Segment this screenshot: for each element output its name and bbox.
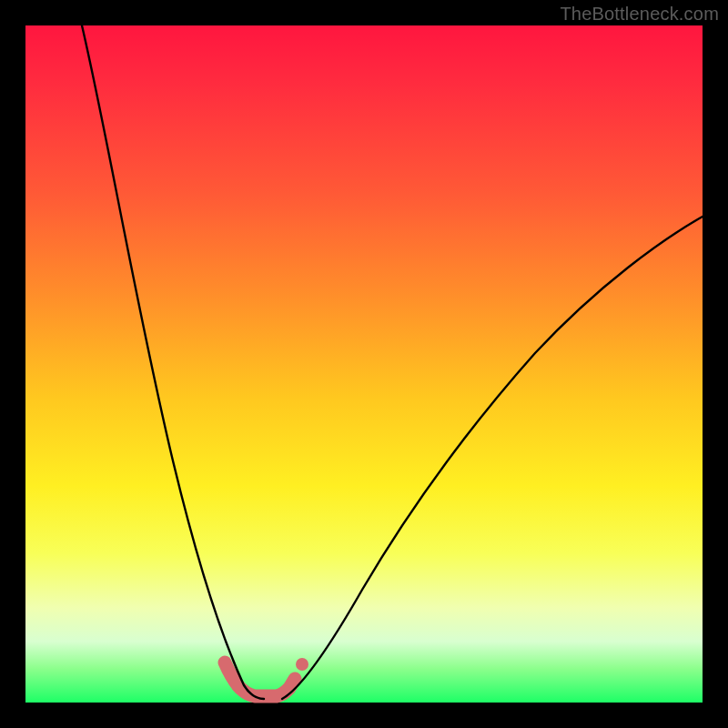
watermark-label: TheBottleneck.com [560, 4, 719, 25]
curve-layer [25, 25, 703, 703]
right-curve [282, 217, 703, 699]
plot-area [25, 25, 703, 703]
left-curve [82, 25, 264, 699]
highlight-dot [296, 658, 308, 671]
chart-frame: TheBottleneck.com [0, 0, 728, 728]
